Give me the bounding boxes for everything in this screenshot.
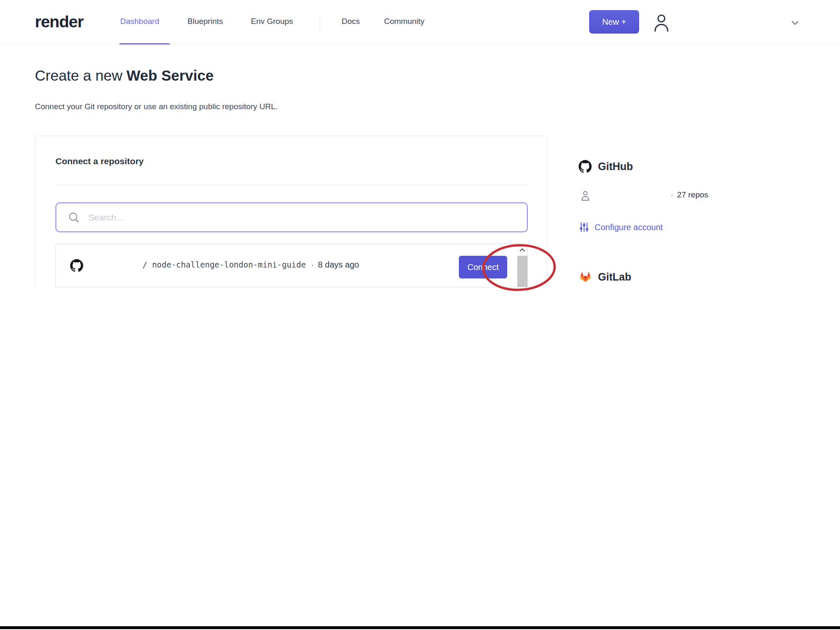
sliders-icon bbox=[579, 222, 589, 233]
gitlab-provider-header: GitLab bbox=[579, 270, 631, 284]
person-icon bbox=[580, 190, 591, 202]
page-subtitle: Connect your Git repository or use an ex… bbox=[35, 102, 278, 111]
card-divider bbox=[55, 185, 527, 185]
repo-label: / node-challenge-london-mini-guide·8 day… bbox=[142, 260, 359, 270]
repo-count-value: 27 repos bbox=[677, 190, 708, 199]
scroll-up-arrow-icon[interactable] bbox=[517, 244, 527, 256]
github-label: GitHub bbox=[598, 160, 633, 173]
github-username-redacted bbox=[596, 190, 663, 200]
repo-owner-redacted bbox=[90, 260, 140, 271]
gitlab-label: GitLab bbox=[598, 271, 631, 283]
git-providers-sidebar: GitHub ·27 repos Configure account bbox=[579, 160, 814, 173]
nav-item-dashboard[interactable]: Dashboard bbox=[120, 17, 159, 26]
repo-search-input[interactable] bbox=[88, 213, 527, 223]
connect-button[interactable]: Connect bbox=[459, 256, 507, 278]
repo-row[interactable]: / node-challenge-london-mini-guide·8 day… bbox=[56, 244, 517, 287]
repo-updated: 8 days ago bbox=[318, 260, 359, 269]
repo-separator: · bbox=[311, 260, 314, 269]
nav-active-underline bbox=[119, 43, 170, 45]
render-dashboard-screen: render Dashboard Blueprints Env Groups D… bbox=[0, 0, 840, 630]
github-icon bbox=[579, 160, 592, 173]
github-repo-count: ·27 repos bbox=[671, 190, 708, 200]
user-avatar-icon[interactable] bbox=[651, 11, 671, 34]
github-icon bbox=[70, 259, 83, 272]
gitlab-icon bbox=[579, 270, 592, 284]
repo-path: / node-challenge-london-mini-guide bbox=[142, 260, 306, 269]
page-title-emphasis: Web Service bbox=[126, 67, 214, 84]
nav-item-blueprints[interactable]: Blueprints bbox=[187, 17, 223, 26]
repo-search-box bbox=[55, 202, 528, 232]
configure-account-link[interactable]: Configure account bbox=[579, 222, 663, 233]
page-title: Create a new Web Service bbox=[35, 67, 213, 84]
configure-account-label: Configure account bbox=[595, 223, 663, 232]
github-provider-header: GitHub bbox=[579, 160, 814, 173]
new-button[interactable]: New + bbox=[589, 10, 639, 34]
nav-item-community[interactable]: Community bbox=[384, 17, 424, 26]
connect-repository-card: Connect a repository / node-challenge-lo… bbox=[35, 136, 547, 287]
repo-list: / node-challenge-london-mini-guide·8 day… bbox=[55, 244, 528, 287]
render-logo[interactable]: render bbox=[35, 13, 83, 31]
nav-item-env-groups[interactable]: Env Groups bbox=[251, 17, 293, 26]
repo-count-separator: · bbox=[671, 190, 673, 199]
page-title-prefix: Create a new bbox=[35, 67, 126, 84]
top-nav: render Dashboard Blueprints Env Groups D… bbox=[0, 0, 840, 45]
scrollbar-thumb[interactable] bbox=[517, 256, 527, 287]
person-icon bbox=[651, 11, 671, 34]
nav-divider bbox=[320, 14, 320, 32]
nav-item-docs[interactable]: Docs bbox=[342, 17, 360, 26]
search-icon bbox=[67, 211, 81, 224]
account-menu-chevron-down-icon[interactable] bbox=[788, 16, 802, 29]
repo-list-scrollbar[interactable] bbox=[517, 244, 527, 287]
bottom-crop-bar bbox=[0, 626, 840, 629]
card-heading: Connect a repository bbox=[55, 156, 144, 166]
